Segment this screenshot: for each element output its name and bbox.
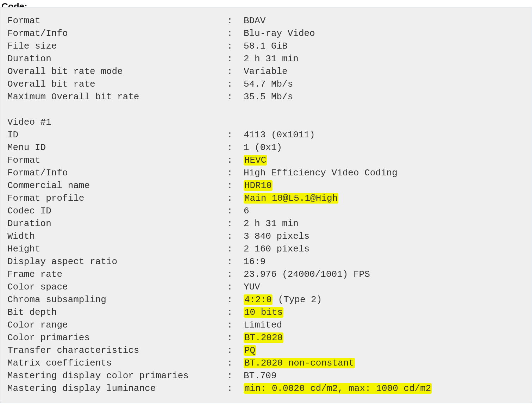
info-key: Codec ID bbox=[7, 205, 227, 217]
info-row: Color range: Limited bbox=[7, 319, 525, 331]
info-key: Height bbox=[7, 243, 227, 255]
info-row: Overall bit rate mode: Variable bbox=[7, 65, 525, 78]
info-key: Frame rate bbox=[7, 268, 227, 281]
info-separator: : bbox=[227, 255, 244, 268]
info-separator: : bbox=[227, 331, 244, 344]
info-key: Color space bbox=[7, 281, 227, 293]
info-value: Blu-ray Video bbox=[244, 28, 315, 39]
info-value: 4113 (0x1011) bbox=[244, 130, 315, 140]
info-row: Width: 3 840 pixels bbox=[7, 230, 525, 243]
info-value: 23.976 (24000/1001) FPS bbox=[244, 269, 370, 280]
info-row: Commercial name: HDR10 bbox=[7, 179, 525, 192]
info-value: YUV bbox=[244, 282, 260, 292]
info-row: Chroma subsampling: 4:2:0 (Type 2) bbox=[7, 293, 525, 306]
info-row: Frame rate: 23.976 (24000/1001) FPS bbox=[7, 268, 525, 281]
code-block-label: Code: bbox=[0, 0, 532, 7]
info-key: Format/Info bbox=[7, 167, 227, 179]
info-value: 2 160 pixels bbox=[244, 244, 309, 254]
info-value: 3 840 pixels bbox=[244, 231, 309, 242]
highlighted-value: HEVC bbox=[244, 155, 267, 166]
info-value: 6 bbox=[244, 206, 249, 216]
info-row: Codec ID: 6 bbox=[7, 205, 525, 217]
info-row: Color primaries: BT.2020 bbox=[7, 331, 525, 344]
info-value: 4:2:0 (Type 2) bbox=[244, 294, 322, 305]
info-separator: : bbox=[227, 14, 244, 27]
info-value: 1 (0x1) bbox=[244, 142, 282, 153]
highlighted-value: PQ bbox=[244, 345, 256, 356]
info-value: Main 10@L5.1@High bbox=[244, 193, 338, 204]
highlighted-value: BT.2020 non-constant bbox=[244, 358, 355, 368]
info-key: Menu ID bbox=[7, 141, 227, 154]
info-row: Format: HEVC bbox=[7, 154, 525, 167]
info-value: PQ bbox=[244, 345, 256, 356]
info-separator: : bbox=[227, 319, 244, 331]
info-value: 58.1 GiB bbox=[244, 41, 288, 51]
info-key: Duration bbox=[7, 217, 227, 230]
info-row: Mastering display color primaries: BT.70… bbox=[7, 369, 525, 382]
info-value: BDAV bbox=[244, 15, 265, 26]
info-separator: : bbox=[227, 192, 244, 205]
info-separator: : bbox=[227, 205, 244, 217]
info-separator: : bbox=[227, 369, 244, 382]
info-separator: : bbox=[227, 230, 244, 243]
info-value: High Efficiency Video Coding bbox=[244, 168, 398, 178]
info-key: Mastering display luminance bbox=[7, 382, 227, 395]
mediainfo-code-block[interactable]: Format: BDAVFormat/Info: Blu-ray VideoFi… bbox=[0, 7, 532, 403]
info-key: Duration bbox=[7, 52, 227, 65]
info-row: Format: BDAV bbox=[7, 14, 525, 27]
video-section: ID: 4113 (0x1011)Menu ID: 1 (0x1)Format:… bbox=[7, 129, 525, 395]
info-separator: : bbox=[227, 91, 244, 103]
info-separator: : bbox=[227, 52, 244, 65]
info-key: Overall bit rate mode bbox=[7, 65, 227, 78]
info-separator: : bbox=[227, 243, 244, 255]
info-key: Format profile bbox=[7, 192, 227, 205]
info-row: Menu ID: 1 (0x1) bbox=[7, 141, 525, 154]
info-key: Format bbox=[7, 154, 227, 167]
info-separator: : bbox=[227, 27, 244, 40]
info-value: Limited bbox=[244, 320, 282, 330]
info-separator: : bbox=[227, 141, 244, 154]
info-row: ID: 4113 (0x1011) bbox=[7, 129, 525, 141]
info-separator: : bbox=[227, 217, 244, 230]
info-key: Color range bbox=[7, 319, 227, 331]
blank-separator-row bbox=[7, 103, 525, 116]
info-separator: : bbox=[227, 65, 244, 78]
video-section-title: Video #1 bbox=[7, 116, 227, 129]
info-separator: : bbox=[227, 179, 244, 192]
info-separator: : bbox=[227, 306, 244, 319]
info-key: Chroma subsampling bbox=[7, 293, 227, 306]
highlighted-value-segment: 4:2:0 bbox=[244, 294, 273, 305]
info-value: Variable bbox=[244, 66, 288, 77]
highlighted-value: 10 bits bbox=[244, 307, 283, 318]
info-key: Format/Info bbox=[7, 27, 227, 40]
info-separator: : bbox=[227, 129, 244, 141]
info-separator: : bbox=[227, 78, 244, 91]
info-separator: : bbox=[227, 357, 244, 369]
info-key: Maximum Overall bit rate bbox=[7, 91, 227, 103]
info-row: Format/Info: Blu-ray Video bbox=[7, 27, 525, 40]
info-key: Transfer characteristics bbox=[7, 344, 227, 357]
info-separator: : bbox=[227, 344, 244, 357]
info-row: Matrix coefficients: BT.2020 non-constan… bbox=[7, 357, 525, 369]
highlighted-value: HDR10 bbox=[244, 180, 273, 191]
mediainfo-output-frame: Code: Format: BDAVFormat/Info: Blu-ray V… bbox=[0, 0, 532, 405]
info-value: HEVC bbox=[244, 155, 267, 166]
info-key: Width bbox=[7, 230, 227, 243]
highlighted-value: BT.2020 bbox=[244, 332, 283, 343]
info-row: File size: 58.1 GiB bbox=[7, 40, 525, 52]
info-row: Transfer characteristics: PQ bbox=[7, 344, 525, 357]
info-row: Overall bit rate: 54.7 Mb/s bbox=[7, 78, 525, 91]
info-value: 2 h 31 min bbox=[244, 54, 299, 64]
info-separator: : bbox=[227, 293, 244, 306]
info-value: BT.2020 non-constant bbox=[244, 358, 355, 368]
info-key: Display aspect ratio bbox=[7, 255, 227, 268]
info-value: 2 h 31 min bbox=[244, 218, 299, 229]
info-separator: : bbox=[227, 154, 244, 167]
info-row: Duration: 2 h 31 min bbox=[7, 52, 525, 65]
info-key: Overall bit rate bbox=[7, 78, 227, 91]
info-row: Height: 2 160 pixels bbox=[7, 243, 525, 255]
info-key: Matrix coefficients bbox=[7, 357, 227, 369]
info-row: Mastering display luminance: min: 0.0020… bbox=[7, 382, 525, 395]
info-separator: : bbox=[227, 268, 244, 281]
info-row: Maximum Overall bit rate: 35.5 Mb/s bbox=[7, 91, 525, 103]
